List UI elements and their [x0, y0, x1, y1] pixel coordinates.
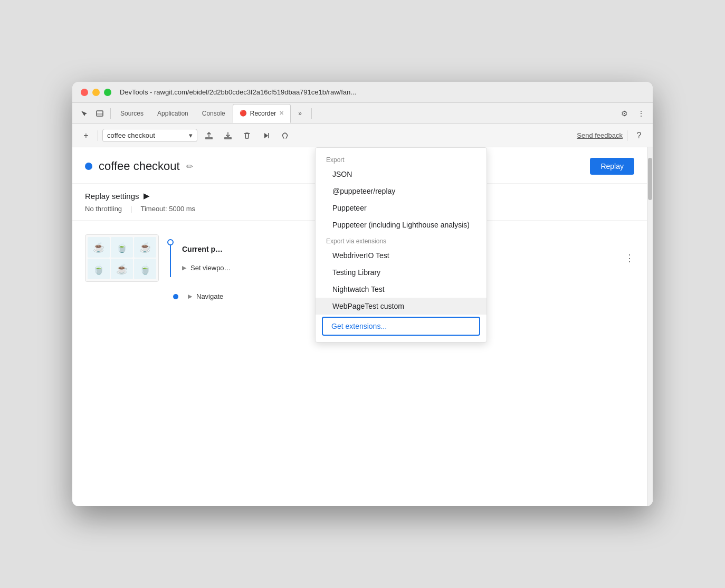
step-timeline-1 — [167, 239, 174, 277]
toolbar-sep-2 — [627, 130, 627, 141]
add-recording-button[interactable]: + — [79, 128, 93, 143]
export-json-item[interactable]: JSON — [316, 166, 486, 183]
export-dropdown-menu: Export JSON @puppeteer/replay Puppeteer … — [315, 147, 487, 343]
window-title: DevTools - rawgit.com/ebidel/2d2bb0cdec3… — [120, 88, 356, 96]
recording-status-dot — [85, 163, 92, 170]
export-section-label: Export — [316, 152, 486, 166]
cup-4: 🍵 — [88, 259, 110, 279]
help-button[interactable]: ? — [632, 128, 646, 143]
recording-selector[interactable]: coffee checkout ▾ — [102, 129, 197, 142]
edit-icon[interactable]: ✏ — [186, 162, 193, 172]
tab-close-recorder[interactable]: ✕ — [279, 110, 284, 117]
export-puppeteer-lighthouse-item[interactable]: Puppeteer (including Lighthouse analysis… — [316, 216, 486, 233]
step-sub-expand-icon: ▶ — [182, 264, 186, 271]
export-puppeteer-item[interactable]: Puppeteer — [316, 200, 486, 216]
chevron-down-icon: ▾ — [189, 131, 193, 139]
export-testing-library-item[interactable]: Testing Library — [316, 264, 486, 281]
settings-divider: | — [130, 205, 132, 213]
step-line — [170, 245, 171, 277]
navigate-expand-icon: ▶ — [188, 293, 192, 300]
tab-separator-1 — [110, 108, 111, 119]
timeout-label: Timeout: 5000 ms — [140, 205, 195, 213]
step-more-options-icon[interactable]: ⋮ — [625, 252, 634, 264]
minimize-button[interactable] — [92, 89, 100, 96]
tab-sources[interactable]: Sources — [114, 104, 150, 123]
cup-2: 🍵 — [111, 237, 133, 258]
traffic-lights — [81, 89, 111, 96]
cup-3: ☕ — [134, 237, 156, 258]
scrollbar-thumb[interactable] — [648, 158, 652, 200]
settings-icon[interactable]: ⚙ — [617, 106, 632, 121]
more-options-icon[interactable]: ⋮ — [634, 106, 648, 121]
toolbar: + coffee checkout ▾ — [72, 124, 653, 147]
maximize-button[interactable] — [104, 89, 111, 96]
svg-rect-0 — [97, 111, 103, 116]
throttling-label: No throttling — [85, 205, 122, 213]
recording-title: coffee checkout — [99, 159, 180, 173]
scrollbar-track[interactable] — [647, 147, 653, 506]
export-nightwatch-item[interactable]: Nightwatch Test — [316, 281, 486, 298]
cup-5: ☕ — [111, 259, 133, 279]
devtools-window: DevTools - rawgit.com/ebidel/2d2bb0cdec3… — [72, 82, 653, 506]
tab-separator-2 — [311, 108, 312, 119]
replay-settings-arrow: ▶ — [144, 191, 150, 201]
get-extensions-button[interactable]: Get extensions... — [322, 317, 480, 336]
send-feedback-link[interactable]: Send feedback — [577, 131, 623, 139]
replay-step-button[interactable] — [259, 128, 273, 143]
left-panel: coffee checkout ✏ Replay Replay settings… — [72, 147, 647, 506]
replay-settings-label: Replay settings — [85, 192, 139, 201]
tab-bar-right: ⚙ ⋮ — [617, 106, 648, 121]
download-button[interactable] — [221, 128, 235, 143]
delete-button[interactable] — [240, 128, 254, 143]
export-via-extensions-label: Export via extensions — [316, 233, 486, 247]
step-circle — [167, 239, 174, 245]
cursor-icon[interactable] — [77, 106, 91, 121]
step-thumbnail: ☕ 🍵 ☕ 🍵 ☕ 🍵 — [85, 234, 159, 282]
slow-replay-button[interactable] — [278, 128, 292, 143]
upload-button[interactable] — [202, 128, 216, 143]
recorder-icon: 🔴 — [240, 110, 247, 117]
step-dot-navigate — [173, 294, 178, 299]
tab-console[interactable]: Console — [196, 104, 232, 123]
export-dropdown-overlay: Export JSON @puppeteer/replay Puppeteer … — [315, 147, 487, 343]
replay-button[interactable]: Replay — [590, 158, 634, 175]
export-puppeteer-replay-item[interactable]: @puppeteer/replay — [316, 183, 486, 200]
drawer-icon[interactable] — [92, 106, 107, 121]
export-webpagetest-item[interactable]: WebPageTest custom — [316, 298, 486, 315]
tab-more[interactable]: » — [292, 104, 308, 123]
export-webdriverio-item[interactable]: WebdriverIO Test — [316, 247, 486, 264]
tab-application[interactable]: Application — [151, 104, 195, 123]
toolbar-right: Send feedback ? — [577, 128, 646, 143]
tab-bar: Sources Application Console 🔴 Recorder ✕… — [72, 103, 653, 124]
recording-name: coffee checkout — [107, 131, 155, 139]
close-button[interactable] — [81, 89, 88, 96]
main-content: coffee checkout ✏ Replay Replay settings… — [72, 147, 653, 506]
cup-1: ☕ — [88, 237, 110, 258]
cup-6: 🍵 — [134, 259, 156, 279]
toolbar-sep-1 — [98, 130, 98, 141]
title-bar: DevTools - rawgit.com/ebidel/2d2bb0cdec3… — [72, 82, 653, 103]
tab-recorder[interactable]: 🔴 Recorder ✕ — [233, 104, 291, 123]
